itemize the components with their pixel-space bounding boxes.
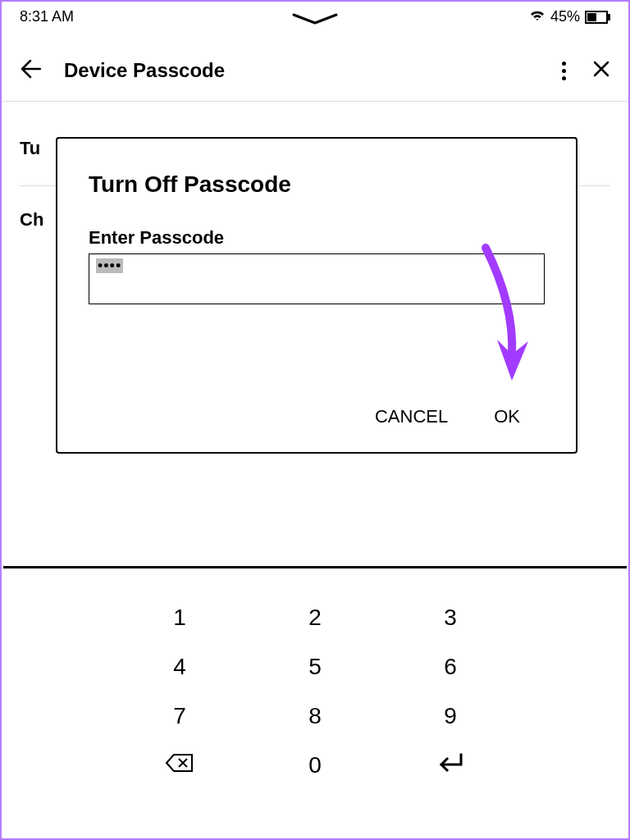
keypad-5[interactable]: 5	[266, 654, 364, 680]
pull-down-handle[interactable]	[290, 11, 340, 30]
close-icon[interactable]	[592, 60, 610, 81]
page-title: Device Passcode	[64, 59, 225, 82]
ok-button[interactable]: OK	[494, 406, 520, 427]
keypad-0[interactable]: 0	[266, 752, 364, 778]
keypad-9[interactable]: 9	[401, 703, 500, 729]
enter-icon	[436, 753, 464, 773]
overflow-menu-icon[interactable]	[562, 62, 566, 80]
keypad-3[interactable]: 3	[401, 605, 500, 631]
keypad-enter[interactable]	[401, 752, 500, 778]
passcode-input[interactable]: ••••	[89, 253, 545, 304]
keypad-6[interactable]: 6	[401, 654, 500, 680]
cancel-button[interactable]: CANCEL	[375, 406, 448, 427]
keypad-2[interactable]: 2	[266, 605, 364, 631]
keypad-8[interactable]: 8	[266, 703, 364, 729]
passcode-value: ••••	[96, 258, 123, 273]
status-time: 8:31 AM	[20, 8, 74, 25]
page-header: Device Passcode	[2, 40, 628, 101]
battery-icon	[585, 11, 610, 24]
passcode-label: Enter Passcode	[89, 227, 545, 249]
keypad-1[interactable]: 1	[130, 605, 229, 631]
back-arrow-icon[interactable]	[20, 58, 41, 83]
wifi-icon	[529, 8, 546, 25]
battery-percent: 45%	[550, 8, 580, 25]
keypad-7[interactable]: 7	[130, 703, 229, 729]
numeric-keypad: 1 2 3 4 5 6 7 8 9 0	[3, 566, 627, 837]
keypad-4[interactable]: 4	[130, 654, 229, 680]
dialog-title: Turn Off Passcode	[89, 171, 545, 198]
backspace-icon	[166, 753, 194, 773]
keypad-backspace[interactable]	[130, 752, 229, 778]
turn-off-passcode-dialog: Turn Off Passcode Enter Passcode •••• CA…	[56, 137, 578, 454]
